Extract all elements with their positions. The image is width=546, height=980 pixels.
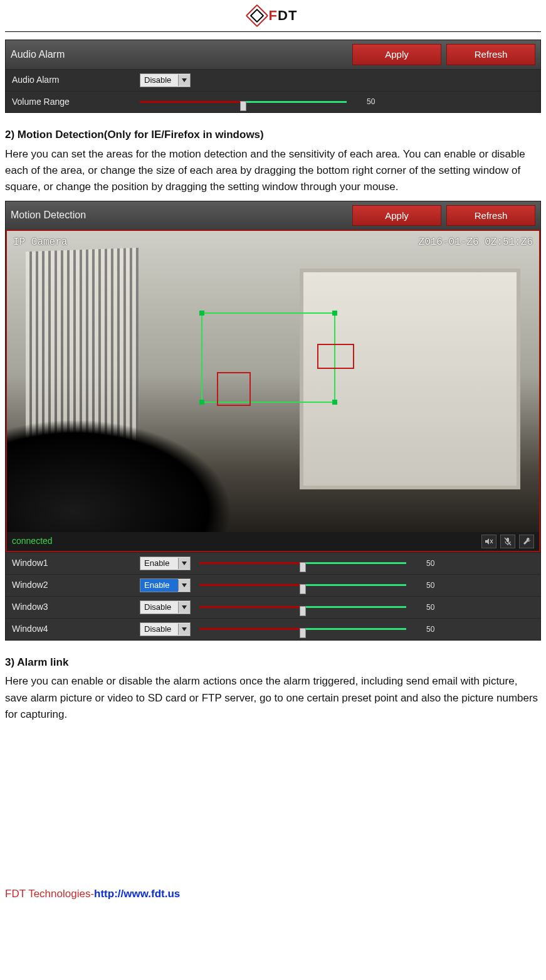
detection-window-red-1[interactable]	[217, 372, 251, 406]
slider-thumb-icon[interactable]	[300, 584, 306, 594]
speaker-mute-icon[interactable]	[481, 535, 496, 548]
sensitivity-value: 50	[426, 580, 445, 592]
window-mode-select[interactable]: Enable	[140, 557, 191, 570]
refresh-button[interactable]: Refresh	[446, 205, 535, 226]
document-header: FDT	[5, 0, 541, 32]
slider-thumb-icon[interactable]	[240, 101, 246, 111]
brand-logo: FDT	[249, 5, 298, 26]
osd-timestamp: Z016-01-Z6 0Z:51:Z6	[419, 235, 533, 250]
camera-status-bar: connected	[7, 532, 539, 551]
osd-camera-name: IP Camera	[13, 235, 67, 250]
section-2-heading: 2) Motion Detection(Only for IE/Firefox …	[5, 127, 541, 143]
chevron-down-icon	[178, 75, 190, 86]
audio-alarm-title: Audio Alarm	[11, 47, 347, 63]
motion-titlebar: Motion Detection Apply Refresh	[6, 201, 540, 230]
connection-status: connected	[12, 535, 53, 548]
apply-button[interactable]: Apply	[352, 205, 441, 226]
footer-company: FDT Technologies-	[5, 888, 94, 900]
section-3-text: 3) Alarm link Here you can enable or dis…	[5, 654, 541, 723]
motion-window-row: Window3Disable50	[6, 596, 540, 618]
apply-button[interactable]: Apply	[352, 44, 441, 65]
logo-mark-icon	[245, 4, 268, 28]
section-2-body: Here you can set the areas for the motio…	[5, 146, 541, 196]
audio-alarm-label: Audio Alarm	[12, 73, 131, 87]
motion-window-row: Window4Disable50	[6, 618, 540, 640]
slider-thumb-icon[interactable]	[300, 562, 306, 572]
section-3-heading: 3) Alarm link	[5, 654, 541, 671]
window-mode-select[interactable]: Disable	[140, 600, 191, 614]
motion-window-row: Window1Enable50	[6, 552, 540, 574]
detection-window-red-2[interactable]	[317, 344, 354, 369]
motion-title: Motion Detection	[11, 208, 347, 223]
sensitivity-slider[interactable]	[199, 558, 406, 568]
window-mode-select[interactable]: Enable	[140, 578, 191, 592]
camera-preview[interactable]: IP Camera Z016-01-Z6 0Z:51:Z6 connected	[6, 230, 540, 552]
motion-window-row: Window2Enable50	[6, 574, 540, 596]
section-2-text: 2) Motion Detection(Only for IE/Firefox …	[5, 127, 541, 195]
chevron-down-icon	[178, 624, 190, 635]
window-label: Window1	[12, 557, 131, 570]
audio-alarm-titlebar: Audio Alarm Apply Refresh	[6, 40, 540, 68]
sensitivity-slider[interactable]	[199, 602, 406, 612]
sensitivity-value: 50	[426, 558, 445, 570]
audio-alarm-row: Audio Alarm Disable	[6, 69, 540, 91]
chevron-down-icon	[178, 558, 190, 569]
window-label: Window3	[12, 600, 131, 614]
window-label: Window2	[12, 578, 131, 592]
motion-detection-panel: Motion Detection Apply Refresh IP Camera…	[5, 201, 541, 641]
volume-range-label: Volume Range	[12, 95, 131, 109]
footer-url[interactable]: http://www.fdt.us	[94, 888, 180, 900]
sensitivity-slider[interactable]	[199, 580, 406, 590]
sensitivity-value: 50	[426, 624, 445, 636]
window-mode-select[interactable]: Disable	[140, 622, 191, 636]
audio-alarm-panel: Audio Alarm Apply Refresh Audio Alarm Di…	[5, 40, 541, 113]
audio-alarm-select[interactable]: Disable	[140, 73, 191, 87]
volume-slider[interactable]	[140, 97, 347, 107]
chevron-down-icon	[178, 602, 190, 613]
volume-range-row: Volume Range 50	[6, 91, 540, 113]
sensitivity-value: 50	[426, 602, 445, 614]
window-label: Window4	[12, 622, 131, 636]
chevron-down-icon	[178, 580, 190, 591]
volume-value: 50	[367, 96, 386, 108]
logo-text: FDT	[269, 5, 298, 26]
refresh-button[interactable]: Refresh	[446, 44, 535, 65]
wrench-icon[interactable]	[519, 535, 534, 548]
slider-thumb-icon[interactable]	[300, 606, 306, 616]
mic-mute-icon[interactable]	[500, 535, 515, 548]
sensitivity-slider[interactable]	[199, 624, 406, 634]
page-footer: FDT Technologies-http://www.fdt.us	[5, 886, 541, 902]
slider-thumb-icon[interactable]	[300, 628, 306, 638]
section-3-body: Here you can enable or disable the alarm…	[5, 673, 541, 723]
